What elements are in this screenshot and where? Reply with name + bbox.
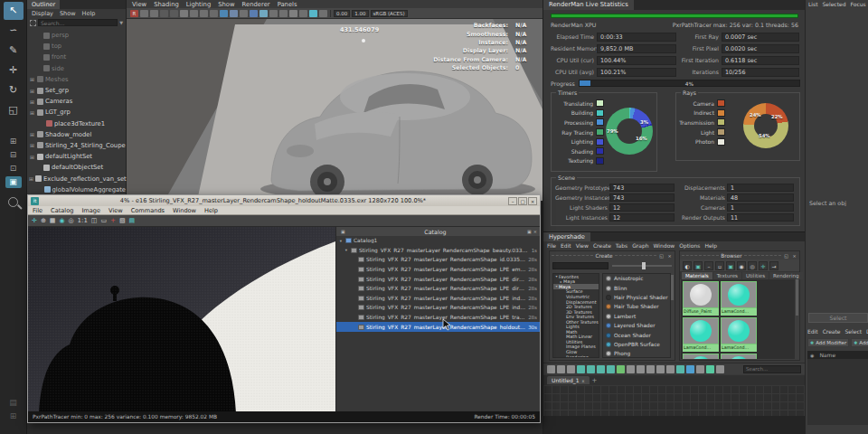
- shader-item[interactable]: Anisotropic: [603, 274, 670, 283]
- viewport-toolbar-icon[interactable]: [180, 10, 188, 17]
- scrollbar[interactable]: [796, 279, 798, 316]
- it-tool-icon[interactable]: ⊕: [41, 216, 46, 226]
- hypershade-tool-icon[interactable]: [617, 365, 625, 373]
- material-swatch[interactable]: LamaCond...: [721, 354, 757, 359]
- expand-icon[interactable]: ▾: [338, 239, 344, 243]
- add-solo-button[interactable]: ✱ Add So: [851, 338, 868, 347]
- hypershade-menu-item[interactable]: Window: [654, 242, 675, 249]
- attribute-editor-menu-item[interactable]: List: [808, 1, 818, 7]
- viewport-toolbar-icon[interactable]: [309, 10, 317, 17]
- viewport-toolbar-icon[interactable]: [289, 10, 297, 17]
- viewport-menu-item[interactable]: Lighting: [186, 1, 211, 8]
- catalog-row[interactable]: Stirling_VFX_R27_masterLayer_RendercamSh…: [336, 255, 540, 265]
- hypershade-menu-item[interactable]: Tabs: [616, 242, 627, 249]
- view-transform-dropdown[interactable]: sRGB (ACES): [371, 10, 408, 17]
- it-menu-item[interactable]: File: [33, 207, 42, 214]
- hypershade-tool-icon[interactable]: [696, 365, 704, 373]
- browser-tool-icon[interactable]: ▣: [693, 261, 703, 270]
- outliner-item[interactable]: ⊞ Shadow_model: [27, 129, 126, 140]
- create-search-input[interactable]: [552, 262, 609, 269]
- it-tool-icon[interactable]: ◎: [68, 216, 73, 226]
- browser-tab[interactable]: Textures: [713, 272, 741, 279]
- outliner-item[interactable]: top: [27, 41, 126, 52]
- hypershade-menu-item[interactable]: Edit: [561, 242, 571, 249]
- material-swatch[interactable]: LamaCond...: [683, 354, 719, 359]
- viewport-menu-item[interactable]: Renderer: [242, 1, 270, 8]
- shader-item[interactable]: Hair Tube Shader: [603, 302, 670, 311]
- hypershade-menu-item[interactable]: View: [576, 242, 589, 249]
- it-menu-item[interactable]: Window: [173, 207, 196, 214]
- browser-tool-icon[interactable]: ▣: [726, 261, 735, 270]
- outliner-search-input[interactable]: [38, 19, 118, 26]
- visibility-eye-icon[interactable]: ◉: [810, 353, 814, 358]
- browser-tool-icon[interactable]: ✛: [759, 261, 768, 270]
- float-panel-icon[interactable]: ◱: [783, 253, 789, 259]
- it-tool-icon[interactable]: ▧: [119, 216, 126, 226]
- close-panel-icon[interactable]: ×: [791, 253, 797, 259]
- hypershade-tool-icon[interactable]: [706, 365, 714, 373]
- it-menu-item[interactable]: Catalog: [51, 207, 73, 214]
- it-tool-icon[interactable]: ◉: [59, 216, 64, 226]
- renderman-stats-tab[interactable]: RenderMan Live Statistics: [543, 0, 634, 10]
- render-image-canvas[interactable]: [28, 227, 335, 413]
- close-tab-icon[interactable]: x: [582, 378, 585, 383]
- hypershade-tool-icon[interactable]: [567, 365, 575, 373]
- outliner-item[interactable]: side: [27, 63, 126, 74]
- viewport-menu-item[interactable]: View: [132, 1, 146, 8]
- it-tool-icon[interactable]: 1:1: [78, 216, 88, 226]
- viewport-toolbar-icon[interactable]: [200, 10, 208, 17]
- hypershade-tool-icon[interactable]: [676, 365, 684, 373]
- viewport-toolbar-icon[interactable]: [210, 10, 218, 17]
- hypershade-tool-icon[interactable]: [607, 365, 615, 373]
- viewport-menu-item[interactable]: Panels: [278, 1, 297, 8]
- hypershade-tool-icon[interactable]: [627, 365, 635, 373]
- viewport-toolbar-icon[interactable]: R: [130, 10, 138, 17]
- it-menu-item[interactable]: Commands: [131, 207, 165, 214]
- close-icon[interactable]: ×: [528, 197, 537, 205]
- it-tool-icon[interactable]: +: [110, 216, 116, 226]
- chevron-down-icon[interactable]: ▼: [119, 20, 123, 25]
- hypershade-menu-item[interactable]: Help: [704, 242, 717, 249]
- shader-item[interactable]: OpenPBR Surface: [603, 340, 670, 349]
- material-swatch[interactable]: LamaCond...: [721, 281, 757, 316]
- viewport-toolbar-icon[interactable]: [259, 10, 268, 17]
- window-titlebar[interactable]: it 4% - e16 Stirling_VFX_R27_masterLayer…: [28, 195, 540, 206]
- tool-icon[interactable]: ✛: [4, 61, 24, 80]
- node-editor-workarea[interactable]: [543, 385, 805, 416]
- viewport-menu-item[interactable]: Shading: [154, 1, 179, 8]
- viewport-toolbar-icon[interactable]: [160, 10, 168, 17]
- tree-item[interactable]: Rendering: [553, 354, 599, 358]
- material-swatch[interactable]: LamaCond...: [721, 317, 757, 352]
- hypershade-search-input[interactable]: [743, 365, 801, 373]
- browser-tool-icon[interactable]: →: [769, 261, 778, 270]
- maximize-icon[interactable]: ▢: [518, 197, 527, 205]
- it-tool-icon[interactable]: ▭: [100, 216, 107, 226]
- filter-icon[interactable]: [30, 20, 36, 26]
- hypershade-tool-icon[interactable]: [637, 365, 645, 373]
- catalog-row[interactable]: Stirling_VFX_R27_masterLayer_RendercamSh…: [336, 284, 540, 294]
- shader-item[interactable]: Lambert: [603, 312, 670, 321]
- it-menu-item[interactable]: Help: [204, 207, 218, 214]
- hypershade-tool-icon[interactable]: [587, 365, 595, 373]
- expand-icon[interactable]: ⊞: [29, 131, 35, 137]
- it-tool-icon[interactable]: ◫: [91, 216, 98, 226]
- viewport-toolbar-icon[interactable]: [190, 10, 198, 17]
- catalog-row[interactable]: ▾ Stirling_VFX_R27_masterLayer_Rendercam…: [336, 246, 540, 256]
- outliner-item[interactable]: ⊞ Stirling_24_Stirling_Coupe: [27, 140, 126, 151]
- browser-tab[interactable]: Rendering: [769, 272, 803, 279]
- attribute-editor-menu-item[interactable]: Selected: [823, 1, 846, 7]
- dim-tool-icon[interactable]: ▤: [5, 397, 22, 409]
- viewport-toolbar-icon[interactable]: [250, 10, 258, 17]
- outliner-item[interactable]: globalVolumeAggregate: [27, 184, 126, 195]
- shader-item[interactable]: Hair Physical Shader: [603, 293, 670, 302]
- hypershade-tool-icon[interactable]: [646, 365, 655, 373]
- gamma-field[interactable]: 1.00: [352, 10, 368, 17]
- catalog-row[interactable]: Stirling_VFX_R27_masterLayer_RendercamSh…: [336, 313, 540, 323]
- viewport-toolbar-icon[interactable]: [269, 10, 278, 17]
- hypershade-tool-icon[interactable]: [686, 365, 694, 373]
- outliner-menu-item[interactable]: Display: [32, 10, 53, 17]
- expand-icon[interactable]: ⊞: [29, 99, 35, 105]
- catalog-row[interactable]: Stirling_VFX_R27_masterLayer_RendercamSh…: [336, 294, 540, 304]
- expand-icon[interactable]: ⊞: [29, 88, 35, 94]
- layout-button-icon[interactable]: ⊞: [5, 136, 22, 147]
